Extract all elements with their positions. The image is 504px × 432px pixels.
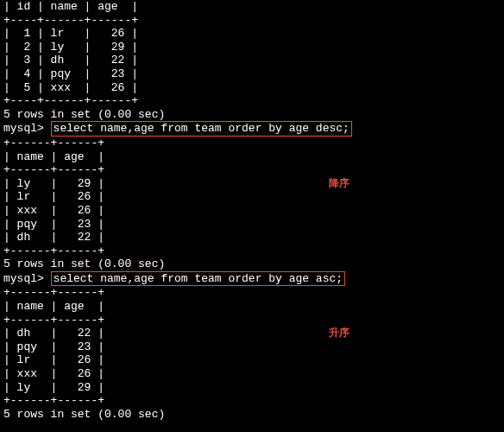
table2-row: | ly | 29 | xyxy=(3,177,104,191)
table3-header: | name | age | xyxy=(3,300,501,314)
table3-sep: +------+------+ xyxy=(3,314,501,327)
table3-row: | pqy | 23 | xyxy=(3,340,501,354)
table2-sep: +------+------+ xyxy=(3,245,501,258)
table1-row: | 2 | ly | 29 | xyxy=(3,41,501,54)
sql-query-desc: select name,age from team order by age d… xyxy=(51,121,352,137)
table2-row: | xxx | 26 | xyxy=(3,204,501,218)
table2-header: | name | age | xyxy=(3,150,501,164)
table1-sep: +----+------+------+ xyxy=(3,14,501,28)
table1-footer: 5 rows in set (0.00 sec) xyxy=(3,108,501,122)
table2-row: | pqy | 23 | xyxy=(3,218,501,232)
table3-row: | ly | 29 | xyxy=(3,381,501,395)
table1-header: | id | name | age | xyxy=(3,0,501,14)
table3-sep: +------+------+ xyxy=(3,394,501,408)
table1-row: | 5 | xxx | 26 | xyxy=(3,81,501,95)
table1-row: | 1 | lr | 26 | xyxy=(3,27,501,41)
table2-row: | lr | 26 | xyxy=(3,190,501,204)
table3-sep: +------+------+ xyxy=(3,286,501,300)
terminal-output: | id | name | age | +----+------+------+… xyxy=(0,0,504,421)
mysql-prompt: mysql> xyxy=(3,272,51,286)
table3-row: | xxx | 26 | xyxy=(3,367,501,381)
table2-row: | dh | 22 | xyxy=(3,231,501,245)
table1-row: | 4 | pqy | 23 | xyxy=(3,67,501,81)
mysql-prompt: mysql> xyxy=(3,122,51,136)
table2-sep: +------+------+ xyxy=(3,163,501,177)
table2-footer: 5 rows in set (0.00 sec) xyxy=(3,257,501,271)
table3-row: | dh | 22 | xyxy=(3,327,104,340)
table2-sep: +------+------+ xyxy=(3,137,501,150)
sql-query-asc: select name,age from team order by age a… xyxy=(51,271,345,287)
annotation-desc: 降序 xyxy=(329,177,350,191)
table1-sep: +----+------+------+ xyxy=(3,94,501,108)
table3-footer: 5 rows in set (0.00 sec) xyxy=(3,408,501,422)
table1-row: | 3 | dh | 22 | xyxy=(3,54,501,67)
table3-row: | lr | 26 | xyxy=(3,353,501,367)
annotation-asc: 升序 xyxy=(329,327,350,340)
